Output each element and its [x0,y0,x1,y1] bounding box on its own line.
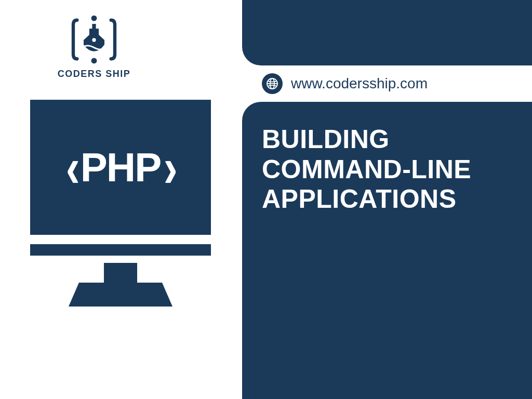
php-tag: ‹ PHP › [64,144,177,191]
headline-line-3: APPLICATIONS [262,184,517,215]
monitor-base [69,283,172,307]
svg-point-3 [91,16,97,21]
website-url: www.codersship.com [291,75,428,92]
globe-icon [262,73,283,94]
headline: BUILDING COMMAND-LINE APPLICATIONS [262,125,517,215]
brand-logo: CODERS SHIP [55,14,133,79]
top-right-panel [242,0,532,65]
website-strip: www.codersship.com [242,65,532,102]
headline-line-2: COMMAND-LINE [262,155,517,185]
brand-name: CODERS SHIP [55,69,133,79]
svg-rect-6 [92,24,96,30]
angle-right-icon: › [164,153,175,181]
angle-left-icon: ‹ [66,153,77,181]
svg-point-7 [92,38,96,42]
svg-rect-5 [89,29,99,35]
php-label: PHP [81,144,161,191]
monitor-neck [104,263,137,283]
monitor-screen: ‹ PHP › [30,100,211,235]
svg-point-4 [91,58,97,63]
ship-logo-icon [65,14,123,65]
monitor-bezel [30,244,211,256]
headline-panel: BUILDING COMMAND-LINE APPLICATIONS [242,102,532,399]
headline-line-1: BUILDING [262,125,517,155]
php-monitor-illustration: ‹ PHP › [30,100,211,307]
